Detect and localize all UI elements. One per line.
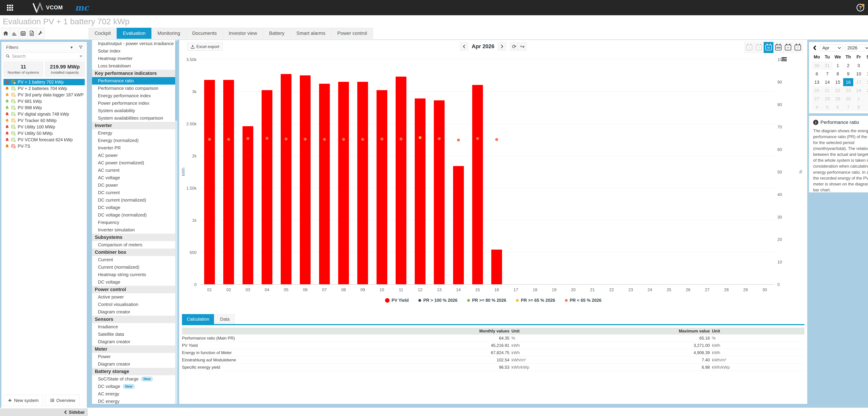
system-list-item[interactable]: PV-TS xyxy=(3,143,85,149)
sidebar-collapse-button[interactable]: Sidebar xyxy=(0,408,88,416)
calendar-day[interactable]: 4 xyxy=(864,62,868,70)
calendar-day[interactable]: 14 xyxy=(822,78,832,86)
menu-item[interactable]: AC current xyxy=(92,167,178,174)
bar-pv-yield[interactable] xyxy=(261,90,272,284)
range-button-365[interactable]: 365 xyxy=(773,42,783,53)
menu-item[interactable]: SoC/State of chargeNew xyxy=(92,375,178,383)
menu-item[interactable]: DC voltage xyxy=(92,278,178,286)
help-icon[interactable]: ? xyxy=(857,4,864,11)
menu-item[interactable]: Active power xyxy=(92,293,178,301)
range-button-∞[interactable]: ∞ xyxy=(783,42,793,53)
tab-power-control[interactable]: Power control xyxy=(331,28,373,39)
menu-item[interactable]: DC voltageNew xyxy=(92,383,178,390)
bar-pv-yield[interactable] xyxy=(204,80,215,284)
menu-item[interactable]: Performance ratio xyxy=(92,77,178,84)
system-list-item[interactable]: PV + 2 batteries 704 kWp xyxy=(3,85,85,92)
tab-monitoring[interactable]: Monitoring xyxy=(151,28,186,39)
bar-pv-yield[interactable] xyxy=(415,99,426,284)
calendar-day[interactable]: 13 xyxy=(812,78,822,86)
pr-marker[interactable] xyxy=(399,137,402,140)
legend-item[interactable]: PV Yield xyxy=(385,298,409,303)
pr-marker[interactable] xyxy=(246,137,249,140)
menu-item[interactable]: Satellite data xyxy=(92,331,178,338)
calendar-day[interactable]: 15 xyxy=(833,78,843,86)
tab-evaluation[interactable]: Evaluation xyxy=(117,28,152,39)
tab-calculation[interactable]: Calculation xyxy=(182,314,214,324)
system-list-item[interactable]: PV 998 kWp xyxy=(3,105,85,111)
pr-marker[interactable] xyxy=(304,138,307,141)
menu-item[interactable]: Energy (normalized) xyxy=(92,137,178,144)
tab-smart-alarms[interactable]: Smart alarms xyxy=(290,28,332,39)
pr-marker[interactable] xyxy=(227,138,230,141)
calendar-day[interactable]: 1 xyxy=(833,62,843,70)
legend-item[interactable]: PR > 100 % 2026 xyxy=(418,298,458,303)
menu-item[interactable]: Frequency xyxy=(92,219,178,226)
menu-item[interactable]: Current (normalized) xyxy=(92,264,178,271)
system-list-item[interactable]: PV VCOM forecast 624 kWp xyxy=(3,137,85,143)
bar-pv-yield[interactable] xyxy=(453,166,464,284)
menu-item[interactable]: Power xyxy=(92,353,178,360)
app-launcher-icon[interactable] xyxy=(7,5,13,11)
bar-pv-yield[interactable] xyxy=(376,90,387,284)
menu-item[interactable]: Energy performance index xyxy=(92,92,178,100)
pr-marker[interactable] xyxy=(438,137,441,140)
home-icon[interactable] xyxy=(1,28,10,39)
legend-item[interactable]: PR < 65 % 2026 xyxy=(565,298,601,303)
calendar-day[interactable]: 8 xyxy=(833,70,843,78)
system-list-item[interactable]: PV digital signals 748 kWp xyxy=(3,111,85,117)
range-button-∷[interactable]: ∷ xyxy=(793,42,803,53)
filters-select[interactable]: Filters ▾ xyxy=(3,44,75,51)
calendar-day[interactable]: 6 xyxy=(812,70,822,78)
menu-item[interactable]: Diagram creator xyxy=(92,360,178,368)
pr-marker[interactable] xyxy=(285,137,288,140)
meteocontrol-logo[interactable]: mc xyxy=(75,3,89,12)
bar-pv-yield[interactable] xyxy=(243,126,253,284)
share-forward-icon[interactable]: ↪ xyxy=(518,42,527,50)
pr-marker[interactable] xyxy=(266,137,268,140)
system-list-item[interactable]: PV + 1 battery 702 kWp xyxy=(3,79,85,85)
menu-item[interactable]: Diagram creator xyxy=(92,338,178,345)
menu-item[interactable]: Energy xyxy=(92,129,178,137)
previous-period-button[interactable] xyxy=(460,42,468,50)
bar-pv-yield[interactable] xyxy=(223,80,234,284)
filter-funnel-icon[interactable] xyxy=(77,44,85,51)
year-select[interactable]: 2026 xyxy=(845,44,868,51)
bar-pv-yield[interactable] xyxy=(357,82,368,284)
menu-item[interactable]: Current xyxy=(92,256,178,264)
calendar-day[interactable]: 11 xyxy=(864,70,868,78)
menu-item[interactable]: AC voltage xyxy=(92,174,178,181)
wrench-icon[interactable] xyxy=(36,28,45,39)
new-system-button[interactable]: New system xyxy=(3,395,43,406)
pr-marker[interactable] xyxy=(457,138,460,141)
menu-item[interactable]: AC energy xyxy=(92,390,178,397)
pr-marker[interactable] xyxy=(380,137,383,140)
tab-cockpit[interactable]: Cockpit xyxy=(89,28,117,39)
legend-item[interactable]: PR >= 65 % 2026 xyxy=(516,298,555,303)
system-list-item[interactable]: PV Utility 100 MWp xyxy=(3,124,85,130)
menu-item[interactable]: Heatmap inverter xyxy=(92,55,178,62)
menu-item[interactable]: DC current xyxy=(92,189,178,196)
tab-investor-view[interactable]: Investor view xyxy=(223,28,263,39)
calendar-icon[interactable] xyxy=(19,28,27,39)
pr-marker[interactable] xyxy=(342,138,345,141)
tab-data[interactable]: Data xyxy=(215,314,235,324)
bar-pv-yield[interactable] xyxy=(319,84,330,284)
bar-pv-yield[interactable] xyxy=(338,82,349,284)
clear-search-icon[interactable]: × xyxy=(79,54,83,59)
menu-item[interactable]: System availabilities comparison xyxy=(92,114,178,122)
menu-item[interactable]: DC power xyxy=(92,181,178,189)
next-period-button[interactable] xyxy=(498,42,506,50)
menu-item[interactable]: DC energy xyxy=(92,397,178,404)
menu-item[interactable]: Comparison of meters xyxy=(92,241,178,249)
search-input[interactable] xyxy=(12,54,77,59)
menu-item[interactable]: Solar index xyxy=(92,47,178,55)
overview-button[interactable]: Overview xyxy=(45,395,80,406)
calendar-day-selected[interactable]: 16 xyxy=(843,78,853,86)
menu-item[interactable]: DC current (normalized) xyxy=(92,196,178,204)
bar-chart-icon[interactable] xyxy=(10,28,19,39)
pr-marker[interactable] xyxy=(323,138,326,141)
calendar-day[interactable]: 7 xyxy=(822,70,832,78)
range-button-31[interactable]: 31 xyxy=(764,42,774,53)
system-list-item[interactable]: PV Tracker 60 MWp xyxy=(3,117,85,124)
menu-item[interactable]: AC power xyxy=(92,152,178,159)
